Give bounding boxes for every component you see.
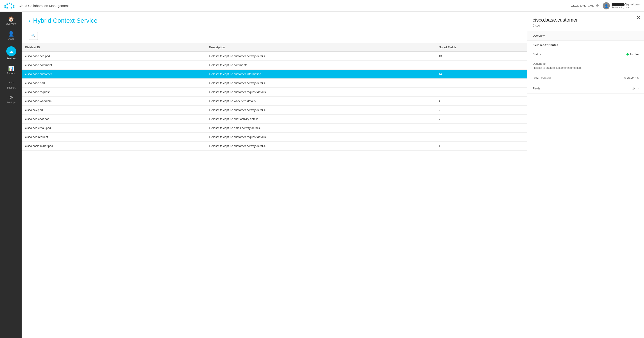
- cell-fields-count: 7: [435, 115, 527, 124]
- detail-date-label: Date Updated: [532, 76, 550, 80]
- chevron-right-icon: ›: [638, 86, 638, 90]
- cell-description: Fieldset to capture work item details.: [206, 97, 435, 106]
- sidebar-item-label: Support: [7, 86, 16, 89]
- cell-fields-count: 6: [435, 133, 527, 142]
- sidebar-item-support[interactable]: 〰 Support: [0, 78, 22, 92]
- cell-description: Fieldset to capture customer activity de…: [206, 106, 435, 115]
- sidebar-item-label: Settings: [7, 101, 16, 104]
- user-section: 👤 ██████@gmail.com Full Admin, User: [602, 2, 640, 9]
- detail-status-row: Status In Use: [527, 49, 644, 59]
- sidebar-item-label: Users: [8, 37, 14, 40]
- cell-description: Fieldset to capture customer request det…: [206, 88, 435, 97]
- cell-fields-count: 4: [435, 97, 527, 106]
- avatar-icon: 👤: [604, 4, 608, 8]
- avatar: 👤: [602, 2, 610, 9]
- cell-fields-count: 3: [435, 61, 527, 70]
- svg-rect-4: [13, 4, 14, 6]
- detail-fields-row[interactable]: Fields 14 ›: [527, 83, 644, 94]
- svg-rect-7: [6, 7, 8, 8]
- detail-fieldset-attributes: Fieldset Attributes: [527, 41, 644, 49]
- cell-fieldset-id: cisco.base.ccc.pod: [22, 51, 206, 61]
- search-icon: 🔍: [31, 34, 36, 38]
- search-button[interactable]: 🔍: [29, 32, 38, 40]
- cell-fieldset-id: cisco.base.customer: [22, 70, 206, 79]
- cell-description: Fieldset to capture comments.: [206, 61, 435, 70]
- cell-fieldset-id: cisco.base.workitem: [22, 97, 206, 106]
- cell-fieldset-id: cisco.base.comment: [22, 61, 206, 70]
- cell-fields-count: 8: [435, 124, 527, 133]
- col-header-desc: Description: [206, 43, 435, 51]
- detail-date-value: 05/09/2016: [624, 76, 638, 80]
- cloud-icon: ☁: [6, 46, 16, 56]
- gear-icon[interactable]: ⚙: [596, 3, 599, 8]
- cell-fields-count: 13: [435, 51, 527, 61]
- top-nav-right: CSCO SYSTEMS ⚙ 👤 ██████@gmail.com Full A…: [571, 2, 640, 9]
- detail-fields-label: Fields: [532, 87, 540, 90]
- sidebar-item-reports[interactable]: 📊 Reports: [0, 63, 22, 78]
- fieldset-table: Fieldset ID Description No. of Fields ci…: [22, 43, 527, 151]
- detail-fields-value-group: 14 ›: [632, 86, 638, 90]
- top-nav-left: Cloud Collaboration Management: [4, 2, 69, 9]
- sidebar: 🏠 Overview 👤 Users ☁ Services 📊 Reports …: [0, 12, 22, 338]
- svg-rect-8: [11, 7, 12, 8]
- table-row[interactable]: cisco.base.workitemFieldset to capture w…: [22, 97, 527, 106]
- sidebar-item-overview[interactable]: 🏠 Overview: [0, 13, 22, 28]
- detail-subtitle: Cisco: [532, 24, 635, 27]
- search-bar: 🔍: [22, 28, 527, 43]
- sidebar-item-services[interactable]: ☁ Services: [0, 43, 22, 63]
- detail-status-value: In Use: [626, 53, 638, 56]
- cell-description: Fieldset to capture customer information…: [206, 70, 435, 79]
- cell-fieldset-id: cisco.ece.chat.pod: [22, 115, 206, 124]
- sidebar-item-label: Services: [6, 57, 16, 60]
- sidebar-item-users[interactable]: 👤 Users: [0, 28, 22, 43]
- back-button[interactable]: ‹: [29, 18, 30, 23]
- table-row[interactable]: cisco.base.customerFieldset to capture c…: [22, 70, 527, 79]
- sidebar-item-label: Overview: [6, 22, 16, 25]
- cell-fieldset-id: cisco.ccx.pod: [22, 106, 206, 115]
- cell-fieldset-id: cisco.ece.email.pod: [22, 124, 206, 133]
- col-header-id: Fieldset ID: [22, 43, 206, 51]
- detail-title: cisco.base.customer: [532, 17, 635, 23]
- table-row[interactable]: cisco.ccx.podFieldset to capture custome…: [22, 106, 527, 115]
- table-row[interactable]: cisco.ece.email.podFieldset to capture e…: [22, 124, 527, 133]
- detail-description-value: Fieldset to capture customer information…: [532, 66, 638, 69]
- user-role: Full Admin, User: [612, 6, 640, 9]
- status-dot: [626, 53, 629, 55]
- table-row[interactable]: cisco.ece.requestFieldset to capture cus…: [22, 133, 527, 142]
- user-info: ██████@gmail.com Full Admin, User: [612, 3, 640, 9]
- settings-icon: ⚙: [9, 95, 14, 100]
- detail-fields-count: 14: [632, 87, 636, 90]
- table-row[interactable]: cisco.base.podFieldset to capture custom…: [22, 79, 527, 88]
- table-row[interactable]: cisco.base.requestFieldset to capture cu…: [22, 88, 527, 97]
- cell-fieldset-id: cisco.ece.request: [22, 133, 206, 142]
- org-name: CSCO SYSTEMS: [571, 4, 594, 7]
- detail-header: cisco.base.customer Cisco: [527, 12, 644, 31]
- org-section: CSCO SYSTEMS ⚙: [571, 3, 599, 8]
- reports-icon: 📊: [8, 66, 14, 71]
- cisco-logo-svg: [4, 2, 15, 9]
- cell-description: Fieldset to capture customer request det…: [206, 133, 435, 142]
- cell-fields-count: 6: [435, 88, 527, 97]
- table-row[interactable]: cisco.base.commentFieldset to capture co…: [22, 61, 527, 70]
- svg-rect-6: [13, 6, 14, 8]
- sidebar-item-settings[interactable]: ⚙ Settings: [0, 92, 22, 107]
- cell-fields-count: 14: [435, 70, 527, 79]
- close-button[interactable]: ✕: [636, 15, 640, 20]
- table-row[interactable]: cisco.ece.chat.podFieldset to capture ch…: [22, 115, 527, 124]
- table-row[interactable]: cisco.base.ccc.podFieldset to capture cu…: [22, 51, 527, 61]
- support-icon: 〰: [9, 81, 14, 85]
- page-title: Hybrid Context Service: [33, 17, 98, 24]
- detail-overview-tab[interactable]: Overview: [527, 31, 644, 41]
- svg-rect-5: [4, 6, 6, 8]
- cell-description: Fieldset to capture customer activity de…: [206, 142, 435, 151]
- table-row[interactable]: cisco.socialminer.podFieldset to capture…: [22, 142, 527, 151]
- page-header: ‹ Hybrid Context Service: [22, 12, 527, 28]
- cell-fieldset-id: cisco.base.request: [22, 88, 206, 97]
- detail-panel: ✕ cisco.base.customer Cisco Overview Fie…: [527, 12, 644, 338]
- sidebar-item-label: Reports: [7, 72, 16, 75]
- detail-description-block: Description Fieldset to capture customer…: [527, 59, 644, 73]
- main-panel: ‹ Hybrid Context Service 🔍 Fieldset ID D…: [22, 12, 527, 338]
- cell-description: Fieldset to capture customer activity de…: [206, 51, 435, 61]
- svg-rect-2: [11, 3, 12, 5]
- cell-fields-count: 2: [435, 106, 527, 115]
